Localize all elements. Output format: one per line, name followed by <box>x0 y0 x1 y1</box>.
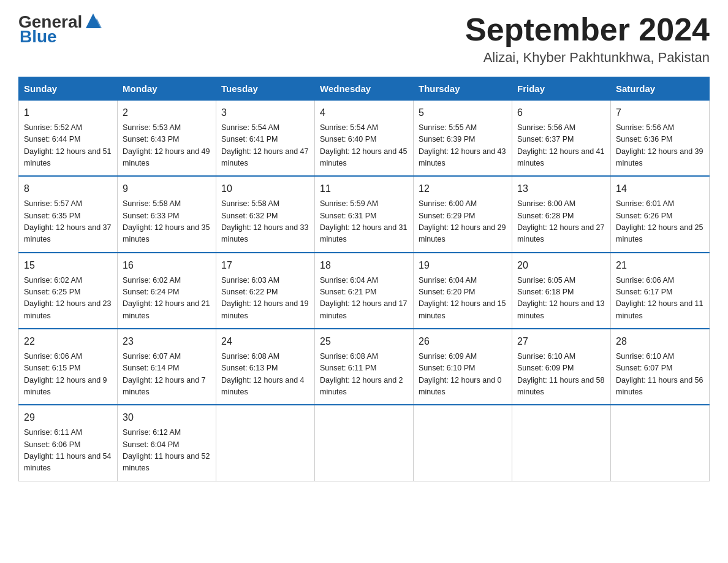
day-number: 2 <box>123 105 211 121</box>
calendar-week-row: 22Sunrise: 6:06 AMSunset: 6:15 PMDayligh… <box>19 329 710 405</box>
logo-icon <box>83 11 103 31</box>
table-row: 20Sunrise: 6:05 AMSunset: 6:18 PMDayligh… <box>512 253 611 329</box>
daylight-text: Daylight: 11 hours and 52 minutes <box>123 452 210 472</box>
sunrise-text: Sunrise: 6:08 AM <box>320 352 378 361</box>
sunrise-text: Sunrise: 6:03 AM <box>221 276 279 285</box>
day-number: 17 <box>221 258 309 274</box>
sunset-text: Sunset: 6:40 PM <box>320 135 376 144</box>
sunset-text: Sunset: 6:24 PM <box>123 288 179 296</box>
calendar-week-row: 15Sunrise: 6:02 AMSunset: 6:25 PMDayligh… <box>19 253 710 329</box>
daylight-text: Daylight: 12 hours and 33 minutes <box>221 223 308 243</box>
calendar-week-row: 29Sunrise: 6:11 AMSunset: 6:06 PMDayligh… <box>19 405 710 481</box>
sunset-text: Sunset: 6:39 PM <box>419 135 475 144</box>
table-row: 18Sunrise: 6:04 AMSunset: 6:21 PMDayligh… <box>315 253 414 329</box>
col-friday: Friday <box>512 77 611 101</box>
daylight-text: Daylight: 12 hours and 11 minutes <box>616 299 703 320</box>
day-number: 24 <box>221 334 309 350</box>
table-row: 24Sunrise: 6:08 AMSunset: 6:13 PMDayligh… <box>216 329 315 405</box>
sunrise-text: Sunrise: 6:04 AM <box>320 276 378 285</box>
table-row: 30Sunrise: 6:12 AMSunset: 6:04 PMDayligh… <box>118 405 216 481</box>
sunset-text: Sunset: 6:21 PM <box>320 288 376 296</box>
daylight-text: Daylight: 12 hours and 7 minutes <box>123 376 206 396</box>
col-thursday: Thursday <box>414 77 512 101</box>
day-number: 3 <box>221 105 309 121</box>
table-row: 13Sunrise: 6:00 AMSunset: 6:28 PMDayligh… <box>512 176 611 252</box>
sunrise-text: Sunrise: 6:10 AM <box>517 352 575 361</box>
day-number: 5 <box>419 105 507 121</box>
sunrise-text: Sunrise: 6:12 AM <box>123 428 181 437</box>
daylight-text: Daylight: 12 hours and 43 minutes <box>419 147 506 167</box>
sunrise-text: Sunrise: 6:08 AM <box>221 352 279 361</box>
sunset-text: Sunset: 6:29 PM <box>419 212 475 220</box>
day-number: 4 <box>320 105 408 121</box>
sunset-text: Sunset: 6:28 PM <box>517 212 574 220</box>
table-row <box>512 405 611 481</box>
table-row: 2Sunrise: 5:53 AMSunset: 6:43 PMDaylight… <box>118 101 216 177</box>
sunset-text: Sunset: 6:35 PM <box>24 212 80 220</box>
calendar-week-row: 1Sunrise: 5:52 AMSunset: 6:44 PMDaylight… <box>19 101 710 177</box>
table-row: 7Sunrise: 5:56 AMSunset: 6:36 PMDaylight… <box>611 101 710 177</box>
sunset-text: Sunset: 6:13 PM <box>221 364 278 372</box>
calendar-header-row: Sunday Monday Tuesday Wednesday Thursday… <box>19 77 710 101</box>
daylight-text: Daylight: 12 hours and 39 minutes <box>616 147 703 167</box>
sunrise-text: Sunrise: 5:54 AM <box>320 123 378 132</box>
table-row: 15Sunrise: 6:02 AMSunset: 6:25 PMDayligh… <box>19 253 118 329</box>
daylight-text: Daylight: 12 hours and 41 minutes <box>517 147 604 167</box>
sunrise-text: Sunrise: 5:58 AM <box>123 199 181 208</box>
sunset-text: Sunset: 6:41 PM <box>221 135 278 144</box>
day-number: 14 <box>616 182 704 197</box>
sunrise-text: Sunrise: 5:52 AM <box>24 123 82 132</box>
table-row: 26Sunrise: 6:09 AMSunset: 6:10 PMDayligh… <box>414 329 512 405</box>
col-tuesday: Tuesday <box>216 77 315 101</box>
day-number: 6 <box>517 105 605 121</box>
daylight-text: Daylight: 12 hours and 49 minutes <box>123 147 210 167</box>
daylight-text: Daylight: 12 hours and 23 minutes <box>24 299 111 320</box>
sunset-text: Sunset: 6:36 PM <box>616 135 672 144</box>
day-number: 1 <box>24 105 112 121</box>
day-number: 11 <box>320 182 408 197</box>
sunrise-text: Sunrise: 6:05 AM <box>517 276 575 285</box>
daylight-text: Daylight: 11 hours and 56 minutes <box>616 376 703 396</box>
daylight-text: Daylight: 12 hours and 4 minutes <box>221 376 305 396</box>
month-title: September 2024 <box>465 12 710 47</box>
location: Alizai, Khyber Pakhtunkhwa, Pakistan <box>465 50 710 66</box>
day-number: 28 <box>616 334 704 350</box>
sunrise-text: Sunrise: 6:11 AM <box>24 428 82 437</box>
sunrise-text: Sunrise: 5:56 AM <box>517 123 575 132</box>
day-number: 8 <box>24 182 112 197</box>
sunset-text: Sunset: 6:06 PM <box>24 440 80 449</box>
daylight-text: Daylight: 12 hours and 45 minutes <box>320 147 407 167</box>
page-header: General Blue September 2024 Alizai, Khyb… <box>18 12 710 66</box>
table-row: 9Sunrise: 5:58 AMSunset: 6:33 PMDaylight… <box>118 176 216 252</box>
daylight-text: Daylight: 12 hours and 17 minutes <box>320 299 407 320</box>
daylight-text: Daylight: 12 hours and 19 minutes <box>221 299 308 320</box>
table-row <box>414 405 512 481</box>
table-row: 23Sunrise: 6:07 AMSunset: 6:14 PMDayligh… <box>118 329 216 405</box>
table-row: 21Sunrise: 6:06 AMSunset: 6:17 PMDayligh… <box>611 253 710 329</box>
sunset-text: Sunset: 6:43 PM <box>123 135 179 144</box>
sunrise-text: Sunrise: 6:00 AM <box>419 199 477 208</box>
table-row: 3Sunrise: 5:54 AMSunset: 6:41 PMDaylight… <box>216 101 315 177</box>
day-number: 12 <box>419 182 507 197</box>
sunset-text: Sunset: 6:20 PM <box>419 288 475 296</box>
day-number: 22 <box>24 334 112 350</box>
day-number: 7 <box>616 105 704 121</box>
day-number: 18 <box>320 258 408 274</box>
sunrise-text: Sunrise: 6:02 AM <box>24 276 82 285</box>
daylight-text: Daylight: 11 hours and 58 minutes <box>517 376 604 396</box>
table-row: 27Sunrise: 6:10 AMSunset: 6:09 PMDayligh… <box>512 329 611 405</box>
table-row: 22Sunrise: 6:06 AMSunset: 6:15 PMDayligh… <box>19 329 118 405</box>
day-number: 15 <box>24 258 112 274</box>
sunset-text: Sunset: 6:04 PM <box>123 440 179 449</box>
day-number: 30 <box>123 410 211 426</box>
daylight-text: Daylight: 12 hours and 15 minutes <box>419 299 506 320</box>
sunrise-text: Sunrise: 6:10 AM <box>616 352 674 361</box>
day-number: 25 <box>320 334 408 350</box>
daylight-text: Daylight: 12 hours and 31 minutes <box>320 223 407 243</box>
sunrise-text: Sunrise: 6:04 AM <box>419 276 477 285</box>
daylight-text: Daylight: 12 hours and 27 minutes <box>517 223 604 243</box>
col-monday: Monday <box>118 77 216 101</box>
day-number: 26 <box>419 334 507 350</box>
table-row: 1Sunrise: 5:52 AMSunset: 6:44 PMDaylight… <box>19 101 118 177</box>
table-row: 11Sunrise: 5:59 AMSunset: 6:31 PMDayligh… <box>315 176 414 252</box>
